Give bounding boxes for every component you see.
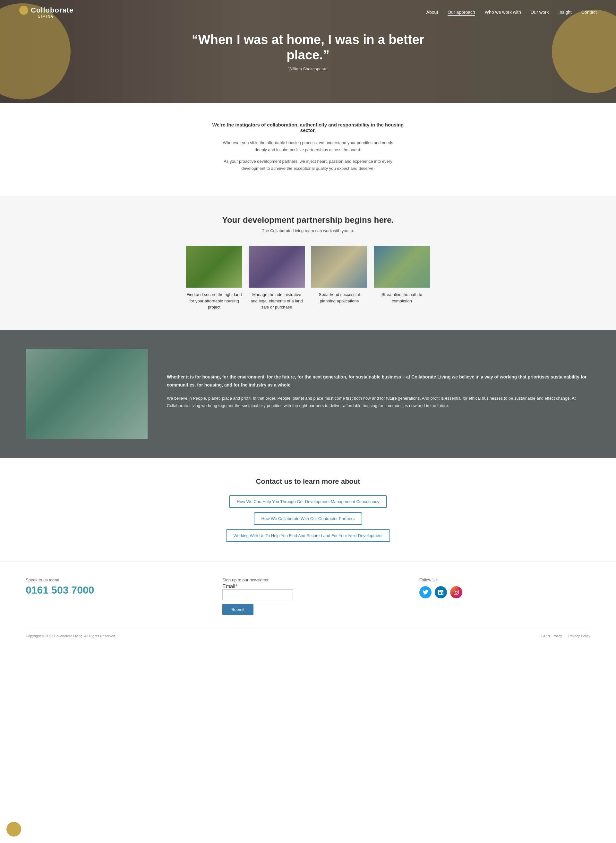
footer-newsletter-col: Sign up to our newsletter Email* Submit [222, 577, 393, 615]
card-4[interactable]: Streamline the path to completion [374, 246, 430, 310]
footer-submit-button[interactable]: Submit [222, 604, 253, 615]
sustainability-image [26, 349, 148, 439]
hero-content: “When I was at home, I was in a better p… [180, 32, 436, 71]
card-image-3 [311, 246, 367, 288]
card-image-1 [186, 246, 242, 288]
card-label-1: Find and secure the right land for your … [186, 291, 242, 310]
linkedin-icon[interactable] [435, 586, 447, 598]
contact-btn-1[interactable]: How We Can Help You Through Our Developm… [229, 495, 387, 508]
contact-section: Contact us to learn more about How We Ca… [0, 458, 616, 561]
nav-links: About Our approach Who we work with Our … [426, 9, 597, 15]
gdpr-policy-link[interactable]: GDPR Policy [541, 634, 562, 638]
nav-item-insight[interactable]: Insight [559, 9, 572, 15]
nav-item-approach[interactable]: Our approach [447, 9, 475, 15]
intro-para1: Wherever you sit in the affordable housi… [218, 140, 398, 153]
footer-bottom: Copyright © 2023 Collaborate Living. All… [26, 628, 590, 638]
twitter-icon[interactable] [419, 586, 431, 598]
card-2[interactable]: Manage the administrative and legal elem… [249, 246, 305, 310]
sustainability-para1: Whether it is for housing, for the envir… [167, 373, 590, 389]
hero-author: William Shakespeare [180, 66, 436, 71]
card-label-2: Manage the administrative and legal elem… [249, 291, 305, 310]
contact-title: Contact us to learn more about [6, 477, 610, 486]
footer-top: Speak to us today 0161 503 7000 Sign up … [26, 577, 590, 615]
footer-phone-col: Speak to us today 0161 503 7000 [26, 577, 197, 596]
footer-email-input[interactable] [222, 589, 293, 600]
footer-social-col: Follow Us [419, 577, 590, 598]
contact-btn-2[interactable]: How We Collaborate With Our Contractor P… [254, 513, 362, 525]
sustainability-text: Whether it is for housing, for the envir… [167, 373, 590, 414]
social-icons-row [419, 586, 590, 598]
intro-section: We’re the instigators of collaboration, … [0, 103, 616, 196]
logo[interactable]: Colloborate LIVING [19, 6, 73, 18]
privacy-policy-link[interactable]: Privacy Policy [569, 634, 590, 638]
navbar: Colloborate LIVING About Our approach Wh… [0, 0, 616, 24]
partnership-subtitle: The Collaborate Living team can work wit… [6, 228, 610, 233]
footer-speak-label: Speak to us today [26, 577, 197, 582]
logo-subtitle: LIVING [38, 15, 54, 18]
footer-copyright: Copyright © 2023 Collaborate Living. All… [26, 634, 116, 638]
contact-btn-3[interactable]: Working With Us To Help You Find And Sec… [226, 529, 390, 542]
footer-email-label: Email* [222, 584, 237, 589]
card-image-2 [249, 246, 305, 288]
nav-item-contact[interactable]: Contact [581, 9, 597, 15]
hero-quote: “When I was at home, I was in a better p… [180, 32, 436, 63]
nav-item-work[interactable]: Our work [531, 9, 549, 15]
nav-item-who[interactable]: Who we work with [485, 9, 521, 15]
logo-text: Colloborate [31, 6, 73, 15]
card-image-4 [374, 246, 430, 288]
partnership-title: Your development partnership begins here… [6, 215, 610, 225]
sustainability-section: Whether it is for housing, for the envir… [0, 330, 616, 458]
cards-row: Find and secure the right land for your … [180, 246, 436, 310]
intro-para2: As your proactive development partners, … [218, 158, 398, 172]
footer-newsletter-label: Sign up to our newsletter [222, 577, 393, 582]
card-label-4: Streamline the path to completion [374, 291, 430, 304]
contact-buttons-row: How We Can Help You Through Our Developm… [196, 495, 420, 542]
footer-legal-links: GDPR Policy Privacy Policy [541, 634, 590, 638]
instagram-icon[interactable] [450, 586, 462, 598]
sustainability-para2: We believe in People, planet, place and … [167, 395, 590, 410]
partnership-section: Your development partnership begins here… [0, 196, 616, 330]
intro-title: We’re the instigators of collaboration, … [212, 122, 404, 133]
card-1[interactable]: Find and secure the right land for your … [186, 246, 242, 310]
footer-follow-label: Follow Us [419, 577, 590, 582]
footer: Speak to us today 0161 503 7000 Sign up … [0, 561, 616, 648]
card-3[interactable]: Spearhead successful planning applicatio… [311, 246, 367, 310]
logo-icon [19, 6, 28, 15]
card-label-3: Spearhead successful planning applicatio… [311, 291, 367, 304]
nav-item-about[interactable]: About [426, 9, 438, 15]
footer-phone-number[interactable]: 0161 503 7000 [26, 584, 197, 596]
